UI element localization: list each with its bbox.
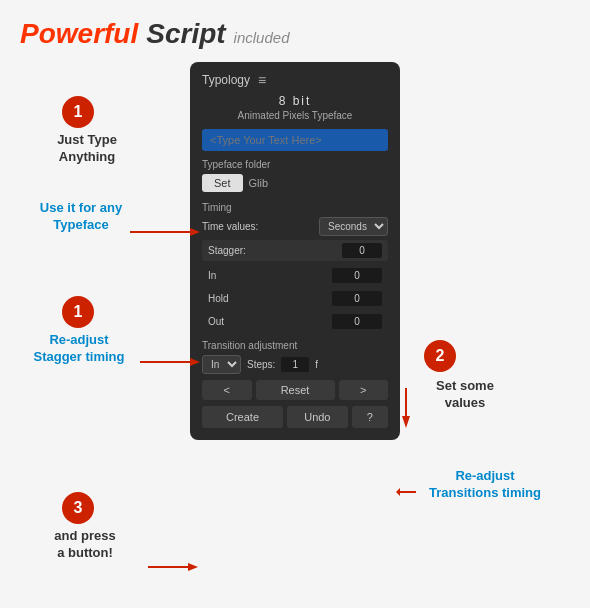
arrow-use-it — [130, 225, 200, 239]
set-button[interactable]: Set — [202, 174, 243, 192]
arrow-create — [148, 560, 198, 574]
in-input[interactable] — [332, 268, 382, 283]
typeface-folder-label: Typeface folder — [202, 159, 388, 170]
bubble-3: 3 — [62, 492, 94, 524]
menu-icon[interactable]: ≡ — [258, 72, 266, 88]
undo-button[interactable]: Undo — [287, 406, 348, 428]
annotation-stagger: Re-adjust Stagger timing — [14, 332, 144, 366]
in-label: In — [208, 270, 216, 281]
annotation-transitions: Re-adjust Transitions timing — [415, 468, 555, 502]
time-values-label: Time values: — [202, 221, 258, 232]
transition-row: In Steps: f — [202, 355, 388, 374]
panel-header: Typology ≡ — [202, 72, 388, 88]
annotation-use-it: Use it for any Typeface — [16, 200, 146, 234]
hold-input[interactable] — [332, 291, 382, 306]
out-input[interactable] — [332, 314, 382, 329]
panel-title: Typology — [202, 73, 250, 87]
out-label: Out — [208, 316, 224, 327]
in-row: In — [202, 265, 388, 286]
typology-panel: Typology ≡ 8 bit Animated Pixels Typefac… — [190, 62, 400, 440]
transition-label: Transition adjustment — [202, 340, 388, 351]
time-values-row: Time values: Seconds — [202, 217, 388, 236]
hold-label: Hold — [208, 293, 229, 304]
steps-unit: f — [315, 359, 318, 370]
bubble-1: 1 — [62, 96, 94, 128]
header-script: Script — [146, 18, 225, 50]
next-button[interactable]: > — [339, 380, 389, 400]
stagger-row: Stagger: — [202, 240, 388, 261]
svg-marker-7 — [396, 488, 400, 496]
annotation-set-values: Set some values — [410, 378, 520, 412]
create-button[interactable]: Create — [202, 406, 283, 428]
steps-label: Steps: — [247, 359, 275, 370]
typeface-folder-row: Set Glib — [202, 174, 388, 192]
stagger-input[interactable] — [342, 243, 382, 258]
header-powerful: Powerful — [20, 18, 138, 50]
reset-button[interactable]: Reset — [256, 380, 335, 400]
seconds-dropdown[interactable]: Seconds — [319, 217, 388, 236]
bubble-2-stagger: 1 — [62, 296, 94, 328]
svg-marker-1 — [190, 228, 200, 236]
arrow-transitions — [396, 482, 420, 502]
product-sub: Animated Pixels Typeface — [202, 110, 388, 121]
timing-label: Timing — [202, 202, 388, 213]
typeface-path: Glib — [249, 177, 269, 189]
arrow-values — [396, 388, 416, 428]
header-included: included — [234, 29, 290, 46]
annotation-just-type: Just Type Anything — [32, 132, 142, 166]
svg-marker-5 — [402, 416, 410, 428]
help-button[interactable]: ? — [352, 406, 388, 428]
stagger-label: Stagger: — [208, 245, 336, 256]
header: Powerful Script included — [0, 0, 590, 60]
product-name: 8 bit — [202, 94, 388, 108]
transition-select[interactable]: In — [202, 355, 241, 374]
hold-row: Hold — [202, 288, 388, 309]
text-input[interactable] — [202, 129, 388, 151]
prev-button[interactable]: < — [202, 380, 252, 400]
nav-buttons-row: < Reset > — [202, 380, 388, 400]
action-buttons-row: Create Undo ? — [202, 406, 388, 428]
svg-marker-3 — [190, 358, 200, 366]
bubble-2: 2 — [424, 340, 456, 372]
steps-input[interactable] — [281, 357, 309, 372]
out-row: Out — [202, 311, 388, 332]
arrow-stagger — [140, 355, 200, 369]
annotation-press-button: and press a button! — [30, 528, 140, 562]
svg-marker-9 — [188, 563, 198, 571]
